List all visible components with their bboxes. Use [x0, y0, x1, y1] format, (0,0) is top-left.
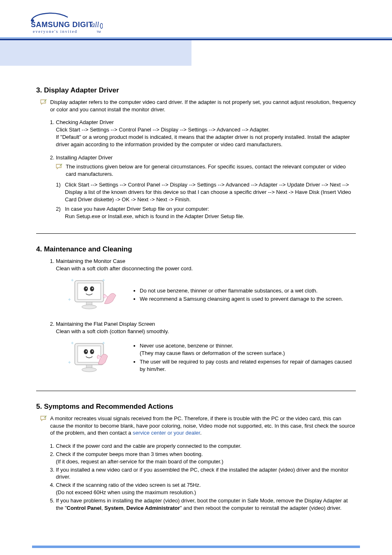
svg-text:TM: TM	[97, 30, 101, 33]
bullet-item: Do not use benzene, thinner or other fla…	[140, 287, 343, 295]
bullet-item: Never use acetone, benzene or thinner. (…	[140, 342, 356, 357]
section4-title: 4. Maintenance and Cleaning	[36, 245, 356, 253]
section5-list: Check if the power cord and the cable ar…	[36, 442, 356, 512]
svg-point-3	[100, 23, 103, 28]
svg-rect-17	[78, 283, 101, 299]
svg-point-34	[86, 351, 87, 352]
screen-cleaning-icon	[63, 339, 121, 378]
list-item: If you have problems in installing the a…	[56, 497, 356, 512]
list-item: If you installed a new video card or if …	[56, 466, 356, 481]
illustration-block: Do not use benzene, thinner or other fla…	[63, 276, 356, 315]
list-item: Check if the computer beeps more than 3 …	[56, 451, 356, 465]
bullets: Do not use benzene, thinner or other fla…	[132, 287, 343, 304]
svg-text:all: all	[91, 21, 99, 29]
list-item: In case you have Adapter Driver Setup fi…	[56, 205, 356, 220]
svg-point-23	[82, 305, 97, 309]
section3-subnote: The instructions given below are for gen…	[56, 163, 356, 178]
list-item: Checking Adapter Driver Click Start --> …	[56, 119, 356, 148]
svg-text:SAMSUNG DIGIT: SAMSUNG DIGIT	[31, 21, 93, 29]
svg-text:everyone's invited: everyone's invited	[33, 29, 78, 34]
bullet-item: We recommend a Samsung cleansing agent i…	[140, 295, 343, 303]
list-item: Click Start --> Settings --> Control Pan…	[56, 181, 356, 203]
brand-logo: SAMSUNG DIGIT all everyone's invited TM	[0, 0, 392, 37]
note-icon	[40, 415, 48, 424]
divider	[36, 233, 356, 234]
service-center-link[interactable]: service center or your dealer	[133, 430, 200, 436]
page-header: SAMSUNG DIGIT all everyone's invited TM	[0, 0, 392, 66]
bullet-item: The user will be required to pay costs a…	[140, 358, 356, 373]
list-item: Installing Adapter Driver The instructio…	[56, 154, 356, 221]
section3-note: Display adapter refers to the computer v…	[40, 99, 356, 113]
section5-note: A monitor recreates visual signals recei…	[40, 415, 356, 437]
list-item: Check if the power cord and the cable ar…	[56, 442, 356, 450]
document-body: 3. Display Adapter Driver Display adapte…	[0, 66, 392, 537]
illustration-block: Never use acetone, benzene or thinner. (…	[63, 339, 356, 378]
section5-title: 5. Symptoms and Recommended Actions	[36, 403, 356, 411]
list-item: Maintaining the Flat Panel Display Scree…	[56, 320, 356, 378]
list-item: Maintaining the Monitor Case Clean with …	[56, 258, 356, 315]
svg-point-35	[92, 351, 93, 352]
section3-steps: Click Start --> Settings --> Control Pan…	[56, 181, 356, 221]
list-item: Check if the scanning ratio of the video…	[56, 481, 356, 496]
footer-band	[32, 546, 360, 548]
svg-point-37	[82, 368, 97, 372]
bullets: Never use acetone, benzene or thinner. (…	[132, 342, 356, 374]
note-icon	[40, 99, 48, 107]
section3-list: Checking Adapter Driver Click Start --> …	[36, 119, 356, 220]
section3-title: 3. Display Adapter Driver	[36, 86, 356, 94]
section4-list: Maintaining the Monitor Case Clean with …	[36, 258, 356, 378]
svg-point-20	[86, 288, 87, 289]
note-icon	[56, 164, 63, 172]
svg-rect-31	[78, 346, 101, 362]
divider	[36, 391, 356, 391]
monitor-cleaning-icon	[63, 276, 121, 315]
svg-point-21	[92, 288, 93, 289]
